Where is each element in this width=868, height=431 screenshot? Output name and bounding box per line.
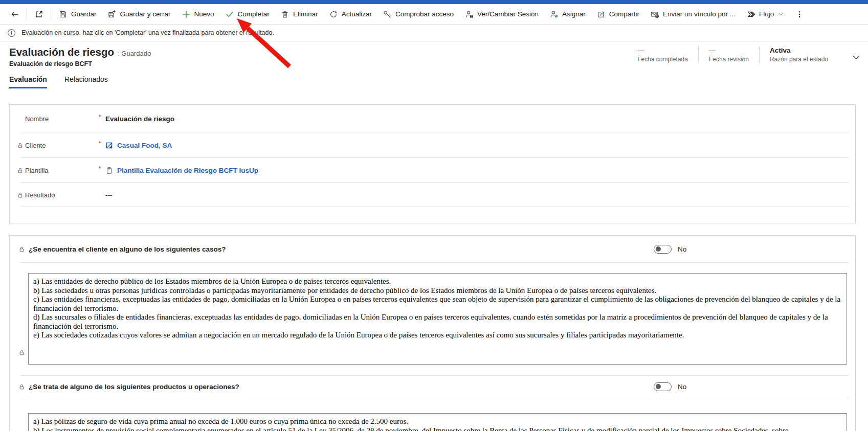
flow-icon	[747, 10, 755, 18]
flow-button[interactable]: Flujo	[741, 6, 790, 23]
form-subtitle: Evaluación de riesgo BCFT	[9, 60, 151, 67]
refresh-button-label: Actualizar	[342, 10, 372, 18]
save-button-label: Guardar	[71, 10, 97, 18]
field-label: Resultado	[25, 191, 94, 199]
more-commands-button[interactable]	[790, 6, 809, 23]
question-1-details-textbox[interactable]: a) Las entidades de derecho público de l…	[28, 273, 847, 365]
share-button[interactable]: Compartir	[591, 6, 645, 23]
view-change-session-button[interactable]: Ver/Cambiar Sesión	[459, 6, 544, 23]
form-header: Evaluación de riesgo : Guardado Evaluaci…	[0, 41, 868, 74]
field-label: Cliente	[25, 142, 94, 149]
required-asterisk: *	[94, 165, 105, 172]
check-access-button-label: Comprobar acceso	[395, 10, 454, 18]
lock-icon	[18, 246, 25, 253]
refresh-icon	[329, 10, 338, 18]
tab-relacionados[interactable]: Relacionados	[64, 75, 108, 88]
questions-section: ¿Se encuentra el cliente en alguno de lo…	[9, 235, 856, 431]
question-label: ¿Se encuentra el cliente en alguno de lo…	[29, 245, 226, 253]
email-link-button-label: Enviar un vínculo por ...	[663, 10, 736, 18]
lock-icon	[17, 192, 24, 198]
lock-icon	[17, 167, 24, 174]
toggle-value-label: No	[678, 245, 686, 253]
new-button-label: Nuevo	[194, 10, 214, 18]
assign-user-icon	[550, 10, 558, 18]
key-icon	[383, 10, 391, 18]
lookup-link[interactable]: Plantilla Evaluación de Riesgo BCFT iusU…	[117, 167, 258, 174]
stat-value: ---	[637, 47, 688, 54]
toolbar-divider	[51, 9, 51, 20]
back-arrow-icon	[11, 10, 19, 18]
toggle-switch[interactable]	[654, 245, 672, 254]
save-close-button-label: Guardar y cerrar	[120, 10, 171, 18]
email-link-icon	[651, 10, 659, 18]
fields-section: Nombre * Evaluación de riesgo Cliente * …	[9, 104, 856, 223]
notification-text: Evaluación en curso, haz clic en 'Comple…	[21, 29, 274, 36]
delete-button-label: Eliminar	[293, 10, 318, 18]
assign-button-label: Asignar	[562, 10, 586, 18]
stat-label: Fecha completada	[637, 56, 688, 63]
section-divider	[21, 398, 849, 398]
refresh-button[interactable]: Actualizar	[324, 6, 377, 23]
field-value-plantilla[interactable]: Plantilla Evaluación de Riesgo BCFT iusU…	[105, 167, 258, 174]
user-session-icon	[465, 10, 473, 18]
lookup-link[interactable]: Casual Food, SA	[117, 142, 172, 149]
save-icon	[59, 10, 67, 18]
complete-button-label: Completar	[238, 10, 270, 18]
form-tabs: Evaluación Relacionados	[9, 75, 108, 88]
stat-razon-estado: Activa Razón para el estado	[759, 47, 838, 63]
share-button-label: Compartir	[609, 10, 639, 18]
question-1-toggle-group: No	[654, 245, 686, 254]
email-link-button[interactable]: Enviar un vínculo por ...	[645, 6, 741, 23]
lock-icon	[18, 349, 25, 356]
assign-button[interactable]: Asignar	[544, 6, 591, 23]
stat-fecha-revision: --- Fecha revisión	[698, 47, 759, 63]
header-stats: --- Fecha completada --- Fecha revisión …	[627, 47, 838, 63]
app-top-bar	[0, 0, 868, 4]
new-button[interactable]: Nuevo	[176, 6, 220, 23]
save-and-close-button[interactable]: Guardar y cerrar	[102, 6, 176, 23]
command-bar: Guardar Guardar y cerrar Nuevo Completar…	[0, 4, 868, 25]
field-row-nombre: Nombre * Evaluación de riesgo	[10, 105, 855, 132]
page-title: Evaluación de riesgo	[9, 46, 114, 58]
check-icon	[226, 10, 234, 18]
question-2-details-textbox[interactable]: a) Las pólizas de seguro de vida cuya pr…	[28, 413, 847, 431]
notification-bar: Evaluación en curso, haz clic en 'Comple…	[0, 25, 868, 41]
field-label: Nombre	[25, 115, 94, 123]
required-asterisk: *	[94, 140, 105, 147]
stat-value: ---	[709, 47, 749, 54]
tab-evaluacion[interactable]: Evaluación	[9, 75, 47, 88]
lock-icon	[18, 383, 25, 390]
field-value-nombre[interactable]: Evaluación de riesgo	[105, 115, 174, 123]
plus-icon	[182, 10, 190, 18]
header-expand-button[interactable]	[852, 53, 861, 63]
stat-label: Fecha revisión	[709, 56, 749, 63]
app-window: Guardar Guardar y cerrar Nuevo Completar…	[0, 0, 868, 431]
toggle-switch[interactable]	[654, 382, 672, 391]
question-row-1: ¿Se encuentra el cliente en alguno de lo…	[10, 236, 855, 262]
question-label: ¿Se trata de alguno de los siguientes pr…	[29, 383, 239, 391]
required-asterisk: *	[94, 114, 105, 121]
lock-icon	[17, 142, 24, 149]
save-close-icon	[108, 10, 116, 18]
clipboard-icon	[105, 167, 113, 174]
question-row-2: ¿Se trata de alguno de los siguientes pr…	[10, 375, 855, 398]
delete-button[interactable]: Eliminar	[275, 6, 324, 23]
field-row-cliente: Cliente * Casual Food, SA	[10, 132, 855, 158]
back-button[interactable]	[5, 6, 25, 23]
field-value-resultado: ---	[105, 191, 113, 199]
save-button[interactable]: Guardar	[53, 6, 102, 23]
stat-fecha-completada: --- Fecha completada	[627, 47, 698, 63]
toggle-value-label: No	[678, 383, 686, 391]
account-record-icon	[105, 142, 113, 149]
field-label: Plantilla	[25, 167, 94, 174]
complete-button[interactable]: Completar	[220, 6, 275, 23]
field-value-cliente[interactable]: Casual Food, SA	[105, 142, 172, 149]
field-row-plantilla: Plantilla * Plantilla Evaluación de Ries…	[10, 158, 855, 183]
stat-label: Razón para el estado	[770, 56, 828, 63]
check-access-button[interactable]: Comprobar acceso	[377, 6, 459, 23]
view-change-session-button-label: Ver/Cambiar Sesión	[477, 10, 539, 18]
popout-button[interactable]	[29, 6, 49, 23]
share-icon	[597, 10, 605, 18]
ellipsis-icon	[795, 10, 804, 18]
stat-value: Activa	[770, 47, 828, 54]
